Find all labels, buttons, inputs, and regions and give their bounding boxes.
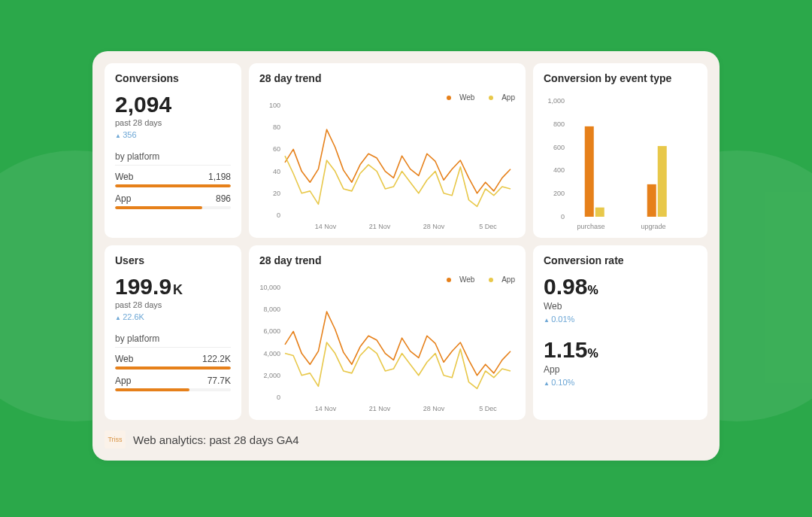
conversions-delta: 356: [115, 130, 231, 139]
svg-text:upgrade: upgrade: [641, 223, 666, 230]
conversions-platform-label: by platform: [115, 151, 231, 166]
users-platform-web-row: Web122.2K: [115, 354, 231, 370]
svg-rect-17: [595, 208, 604, 217]
svg-text:60: 60: [273, 145, 280, 153]
users-platform-app-row: App77.7K: [115, 376, 231, 391]
users-title: Users: [115, 254, 231, 266]
footer: Triss Web analytics: past 28 days GA4: [105, 430, 707, 449]
conversion-rate-web: 0.98% Web 0.01%: [544, 274, 697, 324]
conversion-by-event-title: Conversion by event type: [544, 72, 697, 84]
legend-dot-web-icon: [447, 96, 451, 100]
trend-users-card: 28 day trend Web App 02,0004,0006,0008,0…: [249, 245, 526, 420]
conversion-rate-card: Conversion rate 0.98% Web 0.01% 1.15% Ap…: [533, 245, 707, 420]
svg-text:28 Nov: 28 Nov: [423, 405, 445, 412]
svg-text:100: 100: [269, 102, 280, 109]
svg-text:5 Dec: 5 Dec: [479, 405, 497, 412]
trend-conversions-title: 28 day trend: [259, 72, 515, 84]
svg-text:8,000: 8,000: [263, 306, 280, 313]
svg-text:0: 0: [561, 213, 565, 220]
svg-text:14 Nov: 14 Nov: [315, 405, 337, 412]
users-delta: 22.6K: [115, 312, 231, 321]
trend-conversions-chart: 02040608010014 Nov21 Nov28 Nov5 Dec: [259, 92, 515, 235]
legend-dot-app-icon: [489, 278, 493, 282]
svg-text:21 Nov: 21 Nov: [369, 405, 391, 412]
footer-text: Web analytics: past 28 days GA4: [133, 433, 299, 446]
trend-users-title: 28 day trend: [259, 254, 515, 266]
svg-text:20: 20: [273, 190, 280, 197]
conversions-title: Conversions: [115, 72, 231, 84]
users-card: Users 199.9K past 28 days 22.6K by platf…: [105, 245, 241, 420]
svg-text:0: 0: [277, 394, 280, 401]
conversion-rate-title: Conversion rate: [544, 254, 697, 266]
svg-text:4,000: 4,000: [263, 350, 280, 357]
svg-text:0: 0: [277, 211, 280, 219]
trend-users-legend: Web App: [435, 275, 515, 284]
svg-text:purchase: purchase: [577, 223, 605, 230]
dashboard-panel: Conversions 2,094 past 28 days 356 by pl…: [92, 51, 720, 461]
conversions-card: Conversions 2,094 past 28 days 356 by pl…: [105, 63, 241, 238]
svg-rect-16: [585, 126, 594, 217]
conversions-subtext: past 28 days: [115, 118, 231, 127]
svg-text:800: 800: [553, 120, 565, 128]
svg-text:1,000: 1,000: [547, 97, 565, 105]
conversion-by-event-chart: 02004006008001,000purchaseupgrade: [544, 92, 697, 235]
svg-text:6,000: 6,000: [263, 327, 280, 335]
svg-text:400: 400: [553, 166, 565, 174]
svg-text:21 Nov: 21 Nov: [369, 223, 391, 230]
svg-text:200: 200: [553, 190, 565, 197]
conversion-rate-app: 1.15% App 0.10%: [544, 337, 697, 387]
conversions-value: 2,094: [115, 92, 231, 117]
svg-text:28 Nov: 28 Nov: [423, 223, 445, 230]
svg-rect-20: [658, 146, 667, 217]
conversions-platform-app-row: App896: [115, 193, 231, 209]
users-subtext: past 28 days: [115, 300, 231, 309]
svg-text:14 Nov: 14 Nov: [315, 223, 337, 230]
svg-text:80: 80: [273, 123, 280, 131]
legend-dot-web-icon: [447, 278, 451, 282]
svg-text:5 Dec: 5 Dec: [479, 223, 497, 230]
trend-conversions-card: 28 day trend Web App 02040608010014 Nov2…: [249, 63, 526, 238]
conversion-by-event-card: Conversion by event type 02004006008001,…: [533, 63, 707, 238]
footer-logo-icon: Triss: [105, 430, 126, 449]
trend-users-chart: 02,0004,0006,0008,00010,00014 Nov21 Nov2…: [259, 274, 515, 417]
legend-dot-app-icon: [489, 96, 493, 100]
users-value: 199.9K: [115, 274, 231, 299]
svg-text:600: 600: [553, 144, 565, 151]
conversions-platform-web-row: Web1,198: [115, 172, 231, 187]
svg-text:10,000: 10,000: [259, 284, 280, 291]
svg-text:40: 40: [273, 168, 280, 175]
svg-text:2,000: 2,000: [263, 372, 280, 379]
trend-conversions-legend: Web App: [435, 93, 515, 102]
users-platform-label: by platform: [115, 333, 231, 348]
svg-rect-19: [647, 184, 656, 217]
